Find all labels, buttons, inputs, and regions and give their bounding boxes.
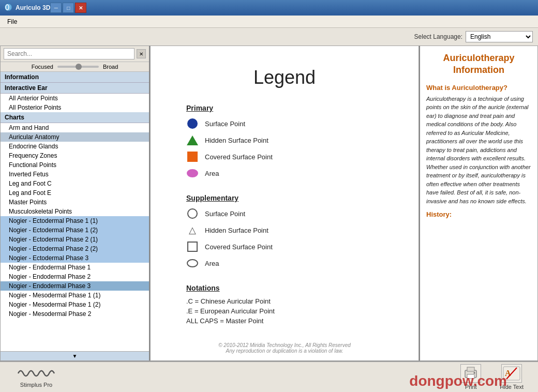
section-interactive-ear: Interactive Ear <box>1 83 149 94</box>
svg-rect-4 <box>467 374 474 379</box>
language-select[interactable]: English French Spanish German <box>466 31 533 42</box>
list-item[interactable]: All Posterior Points <box>1 103 149 112</box>
notation-european: .E = European Auricular Point <box>186 307 383 315</box>
menu-bar: File <box>0 16 538 28</box>
svg-rect-3 <box>467 367 474 371</box>
notation-chinese: .C = Chinese Auricular Point <box>186 297 383 305</box>
list-item[interactable]: Arm and Hand <box>1 123 149 132</box>
legend-item: Surface Point <box>186 207 383 220</box>
close-button[interactable]: ✕ <box>75 3 86 13</box>
hidden-surface-empty-icon: △ <box>186 224 199 236</box>
list-item[interactable]: Functional Points <box>1 160 149 170</box>
print-icon <box>460 364 481 383</box>
focus-slider: Focused Broad <box>1 62 149 72</box>
legend-item: Covered Surface Point <box>186 150 383 163</box>
hidden-surface-empty-label: Hidden Surface Point <box>205 227 268 234</box>
copyright-line2: Any reproduction or duplication is a vio… <box>218 348 351 354</box>
hide-text-button[interactable]: A Hide Text <box>496 362 528 392</box>
legend-item: Surface Point <box>186 117 383 130</box>
app-icon <box>4 3 12 13</box>
hidden-surface-label: Hidden Surface Point <box>205 137 268 144</box>
list-item[interactable]: Nogier - Ectodermal Phase 3 <box>1 253 149 263</box>
legend-item: Area <box>186 167 383 179</box>
notations-section: Notations .C = Chinese Auricular Point .… <box>186 284 383 327</box>
list-item[interactable]: All Anterior Points <box>1 94 149 103</box>
legend-item: Covered Surface Point <box>186 240 383 253</box>
list-item[interactable]: Nogier - Endodermal Phase 1 <box>1 263 149 272</box>
minimize-button[interactable]: ─ <box>50 3 62 13</box>
legend-title: Legend <box>253 67 316 88</box>
focus-label: Focused <box>32 64 53 70</box>
what-is-title: What is Auriculotherapy? <box>426 84 531 92</box>
notation-caps: ALL CAPS = Master Point <box>186 317 383 325</box>
list-item[interactable]: Nogier - Ectodermal Phase 1 (2) <box>1 225 149 235</box>
list-item[interactable]: Leg and Foot C <box>1 179 149 188</box>
print-button[interactable]: Print <box>456 362 485 392</box>
tree-list: Information Interactive Ear All Anterior… <box>1 72 149 351</box>
file-menu[interactable]: File <box>3 17 21 26</box>
list-item[interactable]: Frequency Zones <box>1 151 149 160</box>
slider-track[interactable] <box>57 66 99 68</box>
list-item[interactable]: Master Points <box>1 198 149 207</box>
stimplus-logo-icon <box>16 366 57 381</box>
right-panel: Auriculotherapy Information What is Auri… <box>419 46 538 361</box>
language-label: Select Language: <box>414 33 462 40</box>
hidden-surface-filled-icon <box>186 134 199 146</box>
svg-text:A: A <box>505 369 511 378</box>
list-item[interactable]: Inverted Fetus <box>1 170 149 179</box>
surface-point-label: Surface Point <box>205 120 245 128</box>
content-area: ✕ Focused Broad Information Interactive … <box>0 46 538 361</box>
list-item[interactable]: Musculoskeletal Points <box>1 207 149 216</box>
bottom-actions: Print A Hide Text <box>456 362 533 392</box>
center-panel: Legend Primary Surface Point Hidden Surf… <box>150 46 419 361</box>
legend-item: △ Hidden Surface Point <box>186 224 383 236</box>
copyright-line1: © 2010-2012 Miridia Technology Inc., All… <box>218 342 351 348</box>
area-filled-label: Area <box>205 170 219 177</box>
hide-text-icon: A <box>501 364 522 383</box>
covered-surface-empty-label: Covered Surface Point <box>205 243 273 251</box>
primary-section: Primary Surface Point Hidden Surface Poi… <box>186 104 383 184</box>
copyright: © 2010-2012 Miridia Technology Inc., All… <box>218 332 351 354</box>
list-item[interactable]: Nogier - Endodermal Phase 3 <box>1 281 149 291</box>
list-item[interactable]: Nogier - Mesodermal Phase 1 (1) <box>1 291 149 300</box>
section-information: Information <box>1 72 149 83</box>
maximize-button[interactable]: □ <box>63 3 74 13</box>
what-is-text: Auriculotherapy is a technique of using … <box>426 95 531 206</box>
search-input[interactable] <box>4 48 134 59</box>
print-label: Print <box>465 384 477 390</box>
legend-item: Hidden Surface Point <box>186 134 383 146</box>
surface-point-empty-label: Surface Point <box>205 210 245 218</box>
covered-surface-empty-icon <box>186 240 199 253</box>
list-item[interactable]: Nogier - Mesodermal Phase 2 <box>1 309 149 319</box>
hide-text-label: Hide Text <box>500 384 524 390</box>
search-clear-button[interactable]: ✕ <box>137 49 146 58</box>
area-empty-label: Area <box>205 260 219 267</box>
list-item[interactable]: Nogier - Ectodermal Phase 2 (1) <box>1 235 149 244</box>
list-item[interactable]: Nogier - Mesodermal Phase 1 (2) <box>1 300 149 309</box>
broad-label: Broad <box>103 64 118 70</box>
section-charts: Charts <box>1 112 149 123</box>
list-item[interactable]: Auricular Anatomy <box>1 132 149 142</box>
language-row: Select Language: English French Spanish … <box>0 28 538 46</box>
list-item[interactable]: Nogier - Ectodermal Phase 2 (2) <box>1 244 149 253</box>
logo-text: Stimplus Pro <box>20 382 52 388</box>
notations-title: Notations <box>186 284 383 292</box>
list-item[interactable]: Endocrine Glands <box>1 142 149 151</box>
supplementary-section: Supplementary Surface Point △ Hidden Sur… <box>186 194 383 274</box>
area-empty-icon <box>186 257 199 269</box>
list-item[interactable]: Nogier - Endodermal Phase 2 <box>1 272 149 281</box>
title-bar: Auriculo 3D ─ □ ✕ <box>0 0 538 16</box>
legend-item: Area <box>186 257 383 269</box>
scroll-down-button[interactable]: ▼ <box>1 351 149 360</box>
area-filled-icon <box>186 167 199 179</box>
svg-point-5 <box>474 372 475 374</box>
covered-surface-filled-icon <box>186 150 199 163</box>
covered-surface-label: Covered Surface Point <box>205 153 273 161</box>
list-item[interactable]: Nogier - Ectodermal Phase 1 (1) <box>1 216 149 225</box>
logo-area: Stimplus Pro <box>5 366 67 388</box>
supplementary-section-title: Supplementary <box>186 194 383 202</box>
slider-thumb[interactable] <box>76 64 82 70</box>
list-item[interactable]: Leg and Foot E <box>1 188 149 198</box>
surface-point-filled-icon <box>186 117 199 130</box>
history-label: History: <box>426 210 531 218</box>
